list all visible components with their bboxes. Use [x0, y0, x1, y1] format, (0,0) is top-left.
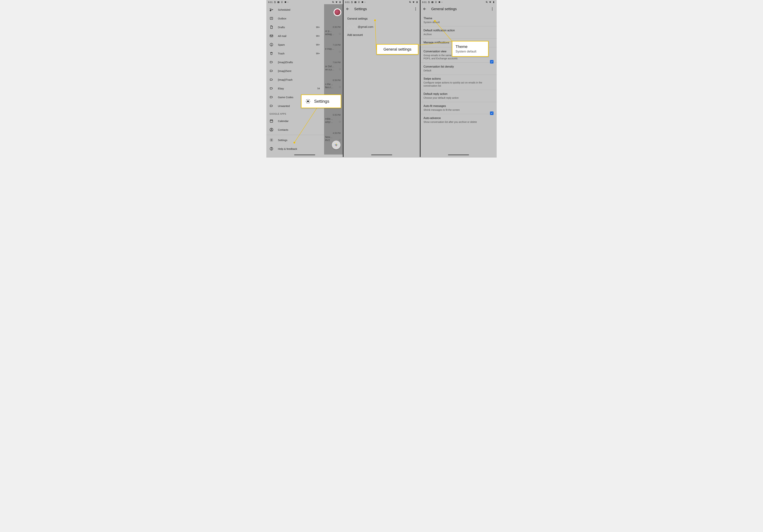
drawer-count: 99+: [316, 35, 321, 37]
drawer-item[interactable]: [Imap]/Sent: [266, 66, 324, 75]
bell-off-icon: [332, 1, 334, 3]
drawer-label: Spam: [278, 43, 285, 46]
settings-row[interactable]: Swipe actions Configure swipe actions to…: [420, 75, 497, 90]
callout-title: Theme: [456, 45, 485, 49]
row-title: Default notification action: [423, 29, 493, 32]
account-avatar[interactable]: [334, 8, 341, 16]
email-time: 8:36 PM: [333, 26, 341, 28]
calendar31-icon: 31: [277, 1, 280, 3]
email-time: 7:19 PM: [333, 44, 341, 46]
back-icon[interactable]: [346, 7, 350, 11]
settings-general[interactable]: General settings: [343, 15, 420, 23]
bulb-icon: [358, 1, 360, 3]
drawer-item[interactable]: [Imap]/Drafts: [266, 58, 324, 66]
drawer-item[interactable]: Spam 99+: [266, 40, 324, 49]
drawer-item[interactable]: Ebay 54: [266, 84, 324, 93]
nav-drawer[interactable]: Scheduled Outbox Drafts 99+ All mail 99+…: [266, 4, 324, 155]
svg-point-42: [307, 101, 309, 102]
bell-off-icon: [486, 1, 488, 3]
gesture-navbar[interactable]: [266, 155, 343, 156]
drawer-label: Outbox: [278, 17, 286, 20]
status-time: 9:01: [268, 1, 272, 4]
svg-point-16: [271, 150, 272, 150]
more-dot-icon: •: [288, 1, 288, 3]
drawer-footer-item[interactable]: Settings: [266, 136, 324, 144]
drawer-item[interactable]: Trash 99+: [266, 49, 324, 58]
settings-row[interactable]: Conversation list density Default: [420, 63, 497, 75]
help-icon: [270, 147, 273, 151]
drawer-item[interactable]: All mail 99+: [266, 32, 324, 40]
status-bar: 9:01 31 •: [343, 0, 420, 4]
drafts-icon: [270, 25, 273, 29]
scheduled-icon: [270, 8, 273, 12]
square-icon: [361, 1, 364, 3]
label-icon: [270, 104, 273, 108]
drawer-footer-item[interactable]: Help & feedback: [266, 144, 324, 153]
drawer-label: Settings: [278, 139, 287, 142]
spam-icon: [270, 43, 273, 47]
row-subtitle: System default: [423, 21, 487, 24]
drawer-item[interactable]: Scheduled: [266, 5, 324, 14]
gear-icon: [270, 138, 273, 142]
star-icon[interactable]: ☆: [338, 120, 341, 124]
callout-label: General settings: [383, 47, 411, 52]
drawer-app-item[interactable]: Calendar: [266, 117, 324, 125]
drawer-count: 99+: [316, 52, 321, 55]
star-icon[interactable]: ☆: [338, 67, 341, 71]
back-icon[interactable]: [423, 7, 427, 11]
overflow-icon[interactable]: [414, 7, 417, 11]
drawer-label: Drafts: [278, 26, 285, 29]
svg-rect-4: [340, 1, 341, 3]
lock-icon: [274, 1, 276, 3]
label-icon: [270, 86, 273, 90]
gesture-navbar[interactable]: [420, 155, 497, 156]
svg-point-32: [492, 8, 492, 8]
calendar31-icon: 31: [431, 1, 434, 3]
email-time: 4:39 PM: [333, 132, 341, 134]
row-title: Default reply action: [423, 92, 493, 96]
svg-rect-0: [274, 2, 275, 3]
screenshot-3: 9:01 31 • General settings Theme System …: [420, 0, 497, 157]
battery-icon: [492, 1, 495, 3]
email-suffix: @gmail.com: [358, 25, 373, 28]
settings-row[interactable]: Auto-fit messages Shrink messages to fit…: [420, 102, 497, 114]
more-dot-icon: •: [442, 1, 442, 3]
settings-row[interactable]: Auto-advance Show conversation list afte…: [420, 114, 497, 126]
settings-add-account[interactable]: Add account: [343, 31, 420, 39]
svg-rect-20: [362, 1, 363, 3]
overflow-icon[interactable]: [490, 7, 494, 11]
appbar: General settings: [420, 4, 497, 14]
gesture-navbar[interactable]: [343, 155, 420, 156]
bulb-icon: [281, 1, 283, 3]
drawer-label: Ebay: [278, 87, 284, 90]
label-icon: [270, 95, 273, 99]
drawer-app-item[interactable]: Contacts: [266, 125, 324, 134]
star-icon[interactable]: ☆: [338, 32, 341, 36]
drawer-item[interactable]: Drafts 99+: [266, 23, 324, 32]
svg-point-10: [271, 45, 272, 46]
settings-row[interactable]: Theme System default: [420, 14, 497, 27]
square-icon: [284, 1, 287, 3]
gear-icon: [305, 99, 311, 104]
drawer-item[interactable]: Outbox: [266, 14, 324, 23]
row-title: Conversation list density: [423, 65, 493, 68]
settings-row[interactable]: Default reply action Choose your default…: [420, 90, 497, 102]
label-icon: [270, 69, 273, 73]
status-time: 9:01: [345, 1, 350, 4]
trash-icon: [270, 52, 273, 55]
settings-row[interactable]: Default notification action Archive: [420, 27, 497, 39]
drawer-label: Contacts: [278, 128, 288, 131]
row-title: Auto-advance: [423, 117, 493, 120]
drawer-label: [Imap]/Drafts: [278, 61, 293, 64]
star-icon[interactable]: ☆: [338, 85, 341, 89]
contacts-icon: [270, 128, 273, 132]
email-time: 5:35 PM: [333, 114, 341, 116]
settings-account[interactable]: @gmail.com: [343, 23, 420, 31]
bell-off-icon: [409, 1, 411, 3]
row-title: Auto-fit messages: [423, 104, 493, 108]
compose-fab[interactable]: [332, 141, 341, 149]
drawer-item[interactable]: [Imap]/Trash: [266, 75, 324, 84]
star-icon[interactable]: ☆: [338, 138, 341, 142]
star-icon[interactable]: ☆: [338, 50, 341, 53]
status-time: 9:01: [422, 1, 427, 4]
